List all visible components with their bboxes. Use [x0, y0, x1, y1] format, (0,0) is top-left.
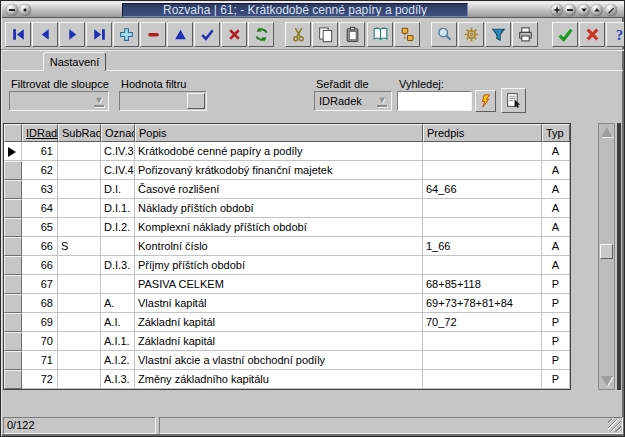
table-row[interactable]: 70A.I.1.Základní kapitálP	[4, 332, 570, 351]
scroll-up-icon[interactable]	[601, 127, 613, 137]
post-icon	[199, 26, 216, 43]
cell-popis: PASIVA CELKEM	[135, 275, 423, 294]
first-icon	[10, 26, 27, 43]
cell-sub	[58, 275, 101, 294]
table-row[interactable]: 64D.I.1.Náklady příštích obdobíA	[4, 199, 570, 218]
table-row[interactable]: 71A.I.2.Vlastní akcie a vlastní obchodní…	[4, 351, 570, 370]
cell-typ: P	[542, 275, 570, 294]
column-header-typ[interactable]: Typ	[542, 124, 570, 142]
paste-button[interactable]	[339, 22, 365, 47]
vertical-scrollbar[interactable]	[598, 123, 615, 390]
cell-popis: Příjmy příštích období	[135, 256, 423, 275]
resize-grip[interactable]	[608, 419, 621, 432]
cell-id: 66	[22, 256, 58, 275]
cell-oznac: A.I.3.	[101, 370, 135, 389]
first-record-button[interactable]	[5, 22, 31, 47]
next-record-button[interactable]	[59, 22, 85, 47]
cell-predpis: 69+73+78+81+84	[423, 294, 542, 313]
cell-sub	[58, 370, 101, 389]
chevron-down-icon: ▼	[376, 94, 388, 108]
table-row[interactable]: 62C.IV.4.Pořizovaný krátkodobý finanční …	[4, 161, 570, 180]
window-roll-up-button[interactable]	[591, 4, 603, 16]
window-minimize-button[interactable]	[564, 4, 576, 16]
search-label: Vyhledej:	[399, 78, 444, 90]
window-edit-button[interactable]	[605, 4, 617, 16]
column-header-predpis[interactable]: Predpis	[423, 124, 542, 142]
cell-predpis: 70_72	[423, 313, 542, 332]
scrollbar-thumb[interactable]	[600, 244, 613, 259]
close-cancel-button[interactable]	[579, 22, 605, 47]
prior-record-button[interactable]	[32, 22, 58, 47]
filter-button[interactable]	[485, 22, 511, 47]
scroll-down-icon[interactable]	[601, 376, 613, 386]
filter-column-label: Filtrovat dle sloupce	[11, 78, 109, 90]
window-maximize-button[interactable]	[551, 4, 563, 16]
sort-select[interactable]: IDRadek ▼	[314, 91, 392, 111]
link-records-button[interactable]	[394, 22, 420, 47]
cell-sub	[58, 199, 101, 218]
table-row[interactable]: 68A.Vlastní kapitál69+73+78+81+84P	[4, 294, 570, 313]
row-indicator	[4, 294, 22, 313]
copy-icon	[317, 26, 334, 43]
filter-value-picker-button[interactable]	[187, 93, 205, 109]
search-execute-button[interactable]	[475, 90, 496, 112]
cell-popis: Krátkodobé cenné papíry a podíly	[135, 142, 423, 161]
window-shade-button[interactable]	[19, 4, 31, 16]
ok-button[interactable]	[552, 22, 578, 47]
edit-record-button[interactable]	[167, 22, 193, 47]
table-row[interactable]: 61C.IV.3.Krátkodobé cenné papíry a podíl…	[4, 142, 570, 161]
current-row-indicator	[4, 142, 22, 161]
table-row[interactable]: 67PASIVA CELKEM68+85+118P	[4, 275, 570, 294]
last-record-button[interactable]	[86, 22, 112, 47]
insert-record-button[interactable]	[113, 22, 139, 47]
print-button[interactable]	[512, 22, 538, 47]
cell-typ: A	[542, 180, 570, 199]
table-row[interactable]: 66D.I.3.Příjmy příštích obdobíA	[4, 256, 570, 275]
column-header-id[interactable]: IDRadek	[22, 124, 58, 142]
table-row[interactable]: 63D.I.Časové rozlišení64_66A	[4, 180, 570, 199]
table-row[interactable]: 66SKontrolní číslo1_66A	[4, 237, 570, 256]
column-header-oznac[interactable]: Oznac	[101, 124, 135, 142]
insert-icon	[118, 26, 135, 43]
column-header-popis[interactable]: Popis	[135, 124, 423, 142]
filter-value-field[interactable]	[119, 91, 207, 111]
help-button[interactable]: ?	[606, 22, 625, 47]
cell-sub	[58, 218, 101, 237]
bar-icon	[565, 5, 575, 15]
post-record-button[interactable]	[194, 22, 220, 47]
report-select-button[interactable]	[501, 88, 526, 113]
table-row[interactable]: 65D.I.2.Komplexní náklady příštích obdob…	[4, 218, 570, 237]
cell-sub	[58, 313, 101, 332]
edit-icon	[172, 26, 189, 43]
cell-predpis	[423, 161, 542, 180]
column-header-indicator[interactable]	[4, 124, 22, 142]
cell-oznac: C.IV.4.	[101, 161, 135, 180]
table-row[interactable]: 72A.I.3.Změny základního kapitáluP	[4, 370, 570, 389]
copy-button[interactable]	[312, 22, 338, 47]
window-menu-button[interactable]	[6, 4, 18, 16]
cell-sub: S	[58, 237, 101, 256]
cancel-record-button[interactable]	[221, 22, 247, 47]
settings-button[interactable]	[458, 22, 484, 47]
app-window: Rozvaha | 61; - Krátkodobé cenné papíry …	[0, 0, 625, 437]
column-header-sub[interactable]: SubRadek	[58, 124, 101, 142]
refresh-button[interactable]	[248, 22, 274, 47]
cell-oznac: D.I.2.	[101, 218, 135, 237]
book-icon	[372, 26, 389, 43]
cell-popis: Vlastní akcie a vlastní obchodní podíly	[135, 351, 423, 370]
tab-nastaveni[interactable]: Nastavení	[43, 52, 106, 71]
window-roll-down-button[interactable]	[578, 4, 590, 16]
titlebar[interactable]: Rozvaha | 61; - Krátkodobé cenné papíry …	[2, 2, 624, 18]
search-field[interactable]	[397, 91, 472, 111]
delete-record-button[interactable]	[140, 22, 166, 47]
search-button[interactable]	[431, 22, 457, 47]
cell-predpis: 68+85+118	[423, 275, 542, 294]
open-book-button[interactable]	[367, 22, 393, 47]
ok-check-icon	[557, 26, 574, 43]
cell-predpis	[423, 199, 542, 218]
cell-sub	[58, 294, 101, 313]
cut-button[interactable]	[285, 22, 311, 47]
table-row[interactable]: 69A.I.Základní kapitál70_72P	[4, 313, 570, 332]
filter-column-select[interactable]: ▼	[9, 91, 109, 111]
search-input[interactable]	[399, 93, 470, 109]
